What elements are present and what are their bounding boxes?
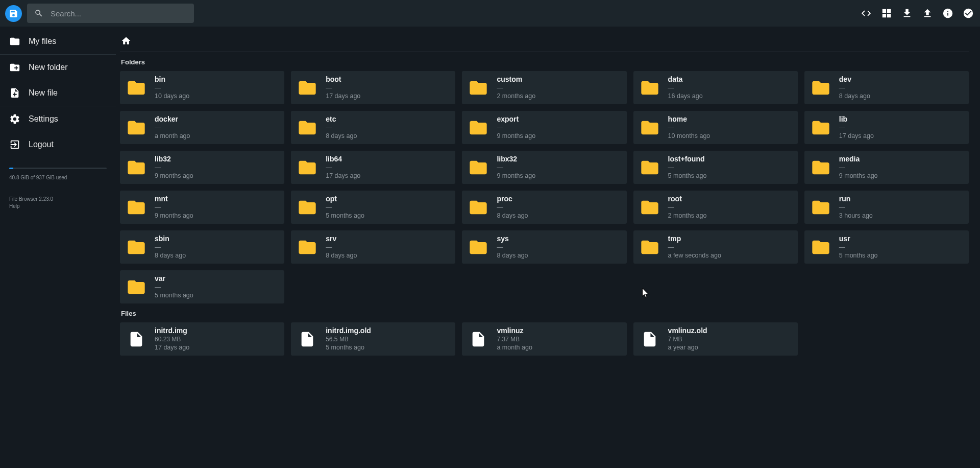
sidebar-item-new-folder[interactable]: New folder xyxy=(0,55,116,80)
toggle-view-button[interactable] xyxy=(881,8,892,19)
folder-item[interactable]: tmp—a few seconds ago xyxy=(633,230,798,264)
folder-item[interactable]: sys—8 days ago xyxy=(462,230,626,264)
folder-item[interactable]: opt—5 months ago xyxy=(291,191,455,224)
item-name: bin xyxy=(155,75,189,84)
item-size: — xyxy=(326,204,364,212)
folder-item[interactable]: lib32—9 months ago xyxy=(120,151,284,184)
sidebar-item-new-file[interactable]: New file xyxy=(0,80,116,106)
item-size: — xyxy=(155,284,193,292)
folder-item[interactable]: run—3 hours ago xyxy=(804,191,969,224)
item-size: 7 MB xyxy=(668,336,707,344)
item-size: — xyxy=(497,84,535,92)
item-name: srv xyxy=(326,234,357,243)
folder-item[interactable]: export—9 months ago xyxy=(462,111,626,144)
item-size: — xyxy=(839,84,870,92)
item-size: 7.37 MB xyxy=(497,336,532,344)
folder-item[interactable]: usr—5 months ago xyxy=(804,230,969,264)
item-time: 3 hours ago xyxy=(839,212,873,220)
item-name: var xyxy=(155,274,193,283)
file-item[interactable]: vmlinuz.old7 MBa year ago xyxy=(633,322,798,356)
file-item[interactable]: initrd.img60.23 MB17 days ago xyxy=(120,322,284,356)
folder-item[interactable]: bin—10 days ago xyxy=(120,71,284,104)
download-button[interactable] xyxy=(901,8,913,19)
folder-item[interactable]: dev—8 days ago xyxy=(804,71,969,104)
info-button[interactable] xyxy=(942,8,953,19)
shell-button[interactable] xyxy=(861,8,872,19)
folder-icon xyxy=(9,36,20,47)
folder-item[interactable]: boot—17 days ago xyxy=(291,71,455,104)
folder-item[interactable]: lost+found—5 months ago xyxy=(633,151,798,184)
main-content: Folders bin—10 days agoboot—17 days agoc… xyxy=(116,27,980,468)
item-time: 8 days ago xyxy=(326,251,357,260)
folder-item[interactable]: root—2 months ago xyxy=(633,191,798,224)
sidebar-item-label: Settings xyxy=(29,114,58,124)
select-all-button[interactable] xyxy=(963,8,974,19)
folder-icon xyxy=(810,197,832,218)
create-file-icon xyxy=(9,87,20,99)
save-disk-icon xyxy=(9,9,18,18)
item-name: boot xyxy=(326,75,360,84)
item-name: vmlinuz.old xyxy=(668,326,707,335)
item-time: a year ago xyxy=(668,343,707,352)
folder-item[interactable]: lib64—17 days ago xyxy=(291,151,455,184)
folder-item[interactable]: media—9 months ago xyxy=(804,151,969,184)
item-name: lib32 xyxy=(155,154,193,163)
search-box[interactable] xyxy=(27,4,194,23)
search-input[interactable] xyxy=(50,9,187,18)
sidebar-item-logout[interactable]: Logout xyxy=(0,132,116,157)
item-name: dev xyxy=(839,75,870,84)
file-item[interactable]: vmlinuz7.37 MBa month ago xyxy=(462,322,626,356)
item-time: 2 months ago xyxy=(668,212,707,220)
folder-item[interactable]: libx32—9 months ago xyxy=(462,151,626,184)
item-time: 8 days ago xyxy=(497,212,528,220)
folder-item[interactable]: data—16 days ago xyxy=(633,71,798,104)
item-name: vmlinuz xyxy=(497,326,532,335)
item-name: lost+found xyxy=(668,154,707,163)
folder-icon xyxy=(639,237,661,258)
upload-button[interactable] xyxy=(922,8,933,19)
folder-icon xyxy=(639,118,661,138)
item-time: a few seconds ago xyxy=(668,251,721,260)
item-name: sys xyxy=(497,234,528,243)
folder-item[interactable]: lib—17 days ago xyxy=(804,111,969,144)
item-time: 17 days ago xyxy=(839,132,874,140)
app-logo[interactable] xyxy=(5,5,22,22)
item-size: — xyxy=(668,244,721,252)
breadcrumb-home[interactable] xyxy=(121,36,131,48)
folder-icon xyxy=(125,157,148,178)
item-size: — xyxy=(497,124,535,132)
search-icon xyxy=(34,9,43,18)
folder-icon xyxy=(125,277,148,297)
folder-icon xyxy=(125,197,148,218)
folder-icon xyxy=(296,78,318,98)
version-text: File Browser 2.23.0 xyxy=(9,196,107,203)
sidebar-item-label: My files xyxy=(29,37,56,46)
item-time: 17 days ago xyxy=(326,92,360,100)
item-time: 2 months ago xyxy=(497,92,535,100)
folders-heading: Folders xyxy=(121,58,968,66)
item-time: 5 months ago xyxy=(839,251,878,260)
folder-item[interactable]: var—5 months ago xyxy=(120,270,284,303)
folder-item[interactable]: proc—8 days ago xyxy=(462,191,626,224)
item-name: media xyxy=(839,154,878,163)
help-link[interactable]: Help xyxy=(9,203,20,209)
folder-icon xyxy=(467,237,489,258)
folder-item[interactable]: sbin—8 days ago xyxy=(120,230,284,264)
item-size: — xyxy=(155,244,186,252)
sidebar-item-settings[interactable]: Settings xyxy=(0,106,116,132)
item-name: docker xyxy=(155,114,190,124)
app-header xyxy=(0,0,980,27)
header-actions xyxy=(861,8,974,19)
folder-item[interactable]: custom—2 months ago xyxy=(462,71,626,104)
item-size: — xyxy=(155,164,193,172)
folder-item[interactable]: mnt—9 months ago xyxy=(120,191,284,224)
folder-item[interactable]: etc—8 days ago xyxy=(291,111,455,144)
folder-item[interactable]: docker—a month ago xyxy=(120,111,284,144)
sidebar-item-my-files[interactable]: My files xyxy=(0,29,116,54)
item-time: 17 days ago xyxy=(155,343,189,352)
folder-item[interactable]: srv—8 days ago xyxy=(291,230,455,264)
item-size: — xyxy=(839,164,878,172)
item-time: 16 days ago xyxy=(668,92,703,100)
folder-item[interactable]: home—10 months ago xyxy=(633,111,798,144)
file-item[interactable]: initrd.img.old56.5 MB5 months ago xyxy=(291,322,455,356)
